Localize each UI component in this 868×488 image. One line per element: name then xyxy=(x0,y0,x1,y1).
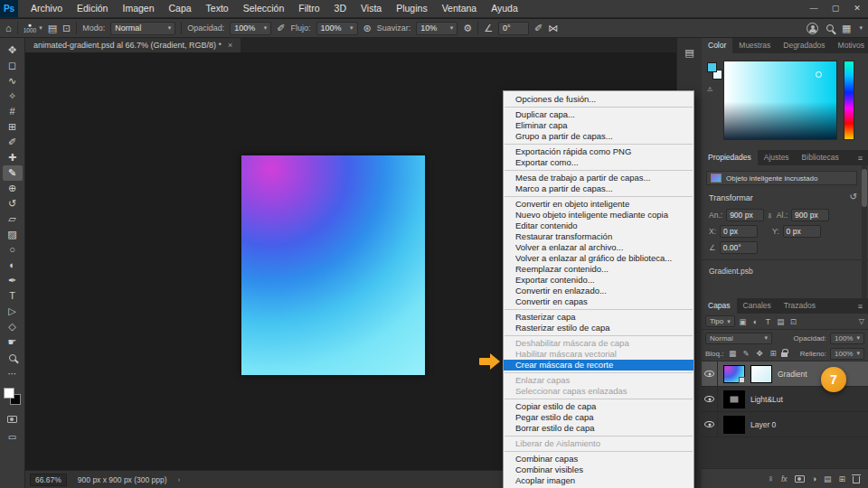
layer-visibility-toggle[interactable] xyxy=(702,412,718,437)
menu-item-copiar-estilo[interactable]: Copiar estilo de capa xyxy=(504,401,693,412)
collapsed-panel-icon[interactable]: ▤ xyxy=(684,47,693,59)
tab-canales[interactable]: Canales xyxy=(737,298,778,314)
new-group-icon[interactable]: ▤ xyxy=(824,474,832,483)
layer-thumbnail[interactable] xyxy=(723,390,745,408)
home-icon[interactable]: ⌂ xyxy=(5,23,12,33)
layer-name[interactable]: Layer 0 xyxy=(750,420,776,429)
brush-preset-picker[interactable]: ● 1000 ▾ xyxy=(24,22,42,34)
document-canvas-image[interactable] xyxy=(241,155,425,375)
airbrush-icon[interactable]: ⊛ xyxy=(363,23,372,33)
eraser-tool[interactable]: ▱ xyxy=(3,211,23,227)
menu-item-nuevo-objeto-inteligente[interactable]: Nuevo objeto inteligente mediante copia xyxy=(504,210,693,221)
menu-seleccion[interactable]: Selección xyxy=(236,0,292,17)
history-brush-tool[interactable]: ↺ xyxy=(3,196,23,211)
menu-texto[interactable]: Texto xyxy=(199,0,236,17)
color-sample-indicator[interactable] xyxy=(816,71,822,78)
filter-shape-layers-icon[interactable]: ▤ xyxy=(776,317,786,326)
filter-adjustment-layers-icon[interactable]: ◐ xyxy=(750,317,760,326)
brush-angle-field[interactable]: 0° xyxy=(498,22,529,35)
reset-transform-icon[interactable]: ↺ xyxy=(850,192,857,202)
menu-item-convertir-en-enlazado[interactable]: Convertir en enlazado... xyxy=(504,286,693,296)
layer-mask-thumbnail[interactable] xyxy=(750,365,772,383)
menu-capa[interactable]: Capa xyxy=(162,0,199,17)
flow-dropdown[interactable]: 100% ▾ xyxy=(316,22,358,35)
blend-mode-dropdown[interactable]: Normal ▾ xyxy=(110,22,175,35)
menu-vista[interactable]: Vista xyxy=(354,0,389,17)
x-field[interactable]: 0 px xyxy=(720,225,758,238)
adjustment-layer-icon[interactable]: ◑ xyxy=(812,474,816,483)
add-mask-icon[interactable] xyxy=(795,475,805,483)
layer-blend-mode-dropdown[interactable]: Normal ▾ xyxy=(705,333,772,344)
menu-item-volver-a-enlazar-biblioteca[interactable]: Volver a enlazar al gráfico de bibliotec… xyxy=(504,253,693,264)
smoothing-dropdown[interactable]: 10% ▾ xyxy=(416,22,458,35)
opacity-dropdown[interactable]: 100% ▾ xyxy=(230,22,271,35)
tab-ajustes[interactable]: Ajustes xyxy=(758,150,796,165)
menu-ayuda[interactable]: Ayuda xyxy=(484,0,525,17)
hue-slider[interactable] xyxy=(844,61,854,140)
account-avatar[interactable] xyxy=(807,23,818,34)
foreground-color-swatch[interactable] xyxy=(4,388,14,399)
menu-filtro[interactable]: Filtro xyxy=(291,0,326,17)
filter-type-dropdown[interactable]: Tipo ▾ xyxy=(705,315,735,327)
healing-brush-tool[interactable]: ✚ xyxy=(3,150,23,165)
path-selection-tool[interactable]: ▷ xyxy=(3,304,23,319)
menu-item-editar-contenido[interactable]: Editar contenido xyxy=(504,221,693,231)
tab-close-icon[interactable]: × xyxy=(228,41,232,50)
saturation-brightness-field[interactable] xyxy=(723,61,837,140)
menu-imagen[interactable]: Imagen xyxy=(115,0,161,17)
layer-row-layer0[interactable]: Layer 0 xyxy=(702,412,868,437)
brush-tool[interactable]: ✎ xyxy=(3,165,23,181)
menu-item-exportar-como[interactable]: Exportar como... xyxy=(504,157,693,168)
width-field[interactable]: 900 px xyxy=(726,209,764,221)
menu-item-crear-mascara-de-recorte[interactable]: Crear máscara de recorte xyxy=(504,360,693,371)
pen-tool[interactable]: ✒ xyxy=(3,273,23,288)
tab-capas[interactable]: Capas xyxy=(702,298,737,314)
lock-artboard-icon[interactable]: ⊞ xyxy=(768,349,778,358)
foreground-color-well[interactable] xyxy=(707,62,717,72)
menu-item-exportacion-rapida-png[interactable]: Exportación rápida como PNG xyxy=(504,146,693,157)
layer-name[interactable]: Light&Lut xyxy=(750,395,783,404)
menu-item-marco-a-partir-de-capas[interactable]: Marco a partir de capas... xyxy=(504,183,693,194)
pen-pressure-opacity-icon[interactable]: ✐ xyxy=(277,23,285,33)
menu-item-combinar-capas[interactable]: Combinar capas xyxy=(504,454,693,465)
edit-toolbar-icon[interactable]: ⋯ xyxy=(8,369,17,379)
lock-paint-icon[interactable]: ✎ xyxy=(741,349,750,358)
menu-item-exportar-contenido[interactable]: Exportar contenido... xyxy=(504,275,693,286)
new-layer-icon[interactable]: ⊞ xyxy=(838,474,845,483)
height-field[interactable]: 900 px xyxy=(791,209,829,221)
layer-thumbnail[interactable] xyxy=(723,365,745,383)
menu-item-acoplar-imagen[interactable]: Acoplar imagen xyxy=(504,475,693,486)
hand-tool[interactable]: ☛ xyxy=(3,334,23,350)
layer-visibility-toggle[interactable] xyxy=(702,361,718,387)
menu-item-combinar-visibles[interactable]: Combinar visibles xyxy=(504,465,693,475)
tab-bibliotecas[interactable]: Bibliotecas xyxy=(796,150,845,165)
type-tool[interactable]: T xyxy=(3,288,23,304)
clone-stamp-tool[interactable]: ⊕ xyxy=(3,181,23,196)
layer-fill-dropdown[interactable]: 100% ▾ xyxy=(830,348,864,360)
menu-edicion[interactable]: Edición xyxy=(70,0,115,17)
lock-position-icon[interactable]: ✥ xyxy=(754,349,764,358)
layer-name[interactable]: Gradient xyxy=(778,370,807,379)
frame-tool[interactable]: ⊞ xyxy=(3,119,23,135)
tab-color[interactable]: Color xyxy=(702,38,732,53)
tab-degradados[interactable]: Degradados xyxy=(777,38,831,53)
menu-item-convertir-en-capas[interactable]: Convertir en capas xyxy=(504,296,693,307)
menu-3d[interactable]: 3D xyxy=(327,0,354,17)
zoom-tool[interactable] xyxy=(3,350,23,365)
shape-tool[interactable]: ◇ xyxy=(3,319,23,334)
menu-item-eliminar-capa[interactable]: Eliminar capa xyxy=(504,120,693,131)
filter-pixel-layers-icon[interactable]: ▣ xyxy=(738,317,748,326)
filter-smart-objects-icon[interactable]: ⊡ xyxy=(788,317,798,326)
menu-item-volver-a-enlazar-archivo[interactable]: Volver a enlazar al archivo... xyxy=(504,242,693,253)
dodge-tool[interactable]: ◐ xyxy=(3,258,23,273)
tab-motivos[interactable]: Motivos xyxy=(832,38,868,53)
panel-menu-icon[interactable]: ≡ xyxy=(853,302,868,311)
symmetry-icon[interactable]: ⋈ xyxy=(548,23,558,33)
zoom-level-field[interactable]: 66.67% xyxy=(30,474,67,486)
layer-style-icon[interactable]: fx xyxy=(781,474,788,483)
menu-item-grupo-a-partir-de-capas[interactable]: Grupo a partir de capas... xyxy=(504,131,693,142)
menu-archivo[interactable]: Archivo xyxy=(24,0,70,17)
menu-item-borrar-estilo[interactable]: Borrar estilo de capa xyxy=(504,423,693,434)
menu-item-rasterizar-estilo[interactable]: Rasterizar estilo de capa xyxy=(504,323,693,333)
y-field[interactable]: 0 px xyxy=(783,225,821,238)
